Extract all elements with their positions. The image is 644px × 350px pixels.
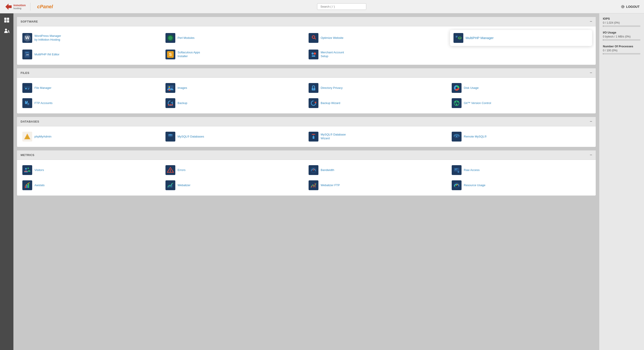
svg-rect-32 <box>168 89 170 91</box>
app-perl[interactable]: Perl Modules <box>164 30 306 46</box>
optimize-svg <box>310 34 318 42</box>
webalizer-label: Webalizer <box>178 183 190 187</box>
remotemysql-svg <box>452 133 461 141</box>
main-content: SOFTWARE − W WordPress Managerby InMotio… <box>14 13 599 350</box>
app-dirprivacy[interactable]: Directory Privacy <box>307 81 449 95</box>
app-git[interactable]: Git™ Version Control <box>450 96 592 110</box>
svg-point-37 <box>456 87 458 89</box>
logo-area: inmotion hosting cPanel <box>4 3 53 11</box>
git-label: Git™ Version Control <box>464 101 491 105</box>
app-errors[interactable]: Errors <box>164 164 306 177</box>
io-value: 0 bytes/s / 1 MB/s (0%) <box>603 35 640 38</box>
bandwidth-icon <box>308 165 318 175</box>
files-toggle[interactable]: − <box>590 71 592 75</box>
logout-button[interactable]: LOGOUT <box>621 5 640 9</box>
phpmyadmin-svg <box>23 133 31 141</box>
search-container <box>317 3 366 10</box>
mysql-icon <box>166 132 175 142</box>
svg-point-35 <box>313 88 314 89</box>
app-ini[interactable]: .ini MultiPHP INI Editor <box>20 48 163 61</box>
svg-point-46 <box>170 104 171 106</box>
app-phpmyadmin[interactable]: phpMyAdmin <box>20 130 163 143</box>
svg-rect-70 <box>24 171 27 172</box>
app-multiphp[interactable]: php MultiPHP Manager <box>450 30 592 46</box>
app-backup[interactable]: Backup <box>164 96 306 110</box>
app-diskusage[interactable]: Disk Usage <box>450 81 592 95</box>
sidebar-users-icon[interactable] <box>2 26 11 35</box>
app-optimize[interactable]: Optimize Website <box>307 30 449 46</box>
app-bandwidth[interactable]: Bandwidth <box>307 164 449 177</box>
app-webalizerftp[interactable]: Webalizer FTP <box>307 178 449 192</box>
git-icon <box>452 98 462 108</box>
app-mysqlwiz[interactable]: MySQL® DatabaseWizard <box>307 130 449 143</box>
iops-value: 0 / 1,024 (0%) <box>603 21 640 24</box>
images-label: Images <box>178 86 187 90</box>
app-webalizer[interactable]: Webalizer <box>164 178 306 192</box>
svg-point-31 <box>168 86 170 88</box>
files-section-header: FILES − <box>17 68 596 78</box>
inmotion-icon <box>4 3 12 11</box>
svg-point-47 <box>172 104 173 106</box>
app-merchant[interactable]: Merchant AccountSetup <box>307 48 449 61</box>
perl-label: Perl Modules <box>178 36 194 40</box>
app-awstats[interactable]: Awstats <box>20 178 163 192</box>
phpmyadmin-icon <box>22 132 32 142</box>
svg-rect-96 <box>313 184 314 187</box>
software-section: SOFTWARE − W WordPress Managerby InMotio… <box>17 17 596 65</box>
perl-svg <box>166 34 174 42</box>
app-softaculous[interactable]: S Softaculous AppsInstaller <box>164 48 306 61</box>
sidebar-grid-icon[interactable] <box>2 16 11 24</box>
ftp-label: FTP Accounts <box>34 101 52 105</box>
app-resource[interactable]: Resource Usage <box>450 178 592 192</box>
svg-point-101 <box>456 185 457 186</box>
app-images[interactable]: Images <box>164 81 306 95</box>
svg-rect-20 <box>26 52 28 53</box>
remotemysql-icon <box>452 132 462 142</box>
svg-rect-95 <box>311 186 312 187</box>
ini-svg: .ini <box>23 50 31 58</box>
svg-point-68 <box>25 168 27 170</box>
optimize-icon <box>308 33 318 43</box>
metrics-section: METRICS − V <box>17 151 596 195</box>
app-remotemysql[interactable]: Remote MySQL® <box>450 130 592 143</box>
app-ftp[interactable]: FTP Accounts <box>20 96 163 110</box>
svg-point-24 <box>312 52 314 55</box>
visitors-label: Visitors <box>34 168 44 172</box>
search-input[interactable] <box>317 3 366 10</box>
awstats-icon <box>22 180 32 190</box>
svg-point-40 <box>26 101 27 102</box>
svg-point-9 <box>168 36 172 40</box>
metrics-toggle[interactable]: − <box>590 153 592 157</box>
app-backupwiz[interactable]: Backup Wizard <box>307 96 449 110</box>
rawaccess-svg <box>452 166 461 174</box>
grid-icon <box>4 17 10 23</box>
divider <box>30 3 30 11</box>
visitors-icon <box>22 165 32 175</box>
metrics-body: Visitors Errors <box>17 160 596 195</box>
svg-rect-97 <box>314 183 316 187</box>
backupwiz-label: Backup Wizard <box>321 101 340 105</box>
app-rawaccess[interactable]: Raw Access <box>450 164 592 177</box>
visitors-svg <box>23 166 31 174</box>
databases-toggle[interactable]: − <box>590 119 592 124</box>
svg-point-5 <box>5 28 7 30</box>
awstats-svg <box>23 181 31 189</box>
merchant-label: Merchant AccountSetup <box>321 51 344 58</box>
software-toggle[interactable]: − <box>590 19 592 24</box>
app-visitors[interactable]: Visitors <box>20 164 163 177</box>
hosting-text: hosting <box>14 7 26 9</box>
iops-bar <box>603 25 640 27</box>
logout-icon <box>621 5 625 9</box>
errors-label: Errors <box>178 168 185 172</box>
databases-body: phpMyAdmin MySQL® Databases <box>17 126 596 147</box>
app-filemanager[interactable]: File Manager <box>20 81 163 95</box>
app-mysql[interactable]: MySQL® Databases <box>164 130 306 143</box>
multiphp-label: MultiPHP Manager <box>466 36 494 40</box>
dirprivacy-icon <box>308 83 318 93</box>
merchant-svg <box>310 50 318 58</box>
software-title: SOFTWARE <box>20 20 38 23</box>
files-title: FILES <box>20 71 29 75</box>
app-wordpress[interactable]: W WordPress Managerby InMotion Hosting <box>20 30 163 46</box>
bandwidth-svg <box>310 166 318 174</box>
svg-rect-67 <box>24 167 31 174</box>
